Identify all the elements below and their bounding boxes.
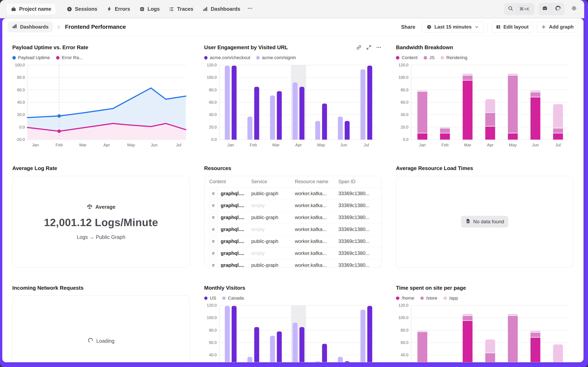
legend-item-canada[interactable]: Canada — [222, 296, 244, 301]
legend-label: JS — [429, 55, 435, 60]
nav-item-errors[interactable]: Errors — [103, 3, 134, 15]
table-row[interactable]: graphql.... public-graph worker.kafka...… — [204, 259, 381, 268]
copy-link-icon[interactable] — [356, 45, 362, 50]
project-switcher-button[interactable]: Project name — [6, 3, 56, 15]
visitors-bar-chart[interactable]: 120.0100.080.060.040.020.00.0JanFebMarAp… — [204, 303, 380, 362]
column-header-span-id[interactable]: Span ID — [339, 179, 381, 184]
nav-item-logs[interactable]: Logs — [135, 3, 164, 15]
file-chart-icon — [465, 218, 471, 225]
legend-item-acme-com-signin[interactable]: acme.com/signin — [256, 55, 296, 60]
engagement-bar-chart[interactable]: 120.0100.080.060.040.020.00.0JanFebMarAp… — [204, 63, 380, 148]
table-row[interactable]: graphql.... public-graph worker.kafka...… — [204, 188, 381, 200]
no-data-pill: No data found — [461, 216, 508, 227]
legend-label: /store — [426, 296, 437, 301]
svg-text:20.0: 20.0 — [17, 112, 25, 117]
tile-title: Incoming Network Requests — [12, 284, 83, 292]
legend-item-error-ra-[interactable]: Error Ra... — [56, 55, 83, 60]
legend-item-payload-uptime[interactable]: Payload Uptime — [12, 55, 50, 60]
log-lines-icon — [209, 201, 218, 209]
legend-item-content[interactable]: Content — [396, 55, 418, 60]
svg-text:Mar: Mar — [272, 142, 280, 147]
search-icon — [508, 6, 513, 13]
edit-layout-button[interactable]: Edit layout — [491, 21, 533, 33]
github-button[interactable] — [552, 3, 564, 15]
column-header-resource-name[interactable]: Resource name — [295, 179, 339, 184]
uptime-line-chart[interactable]: 100.080.060.040.020.00.0-20.0JanFebMarAp… — [12, 63, 188, 148]
log-lines-icon — [209, 249, 218, 257]
legend-label: Rendering — [446, 55, 467, 60]
table-row[interactable]: graphql.... empty worker.kafka... 33369c… — [204, 247, 381, 259]
svg-text:80.0: 80.0 — [209, 87, 216, 92]
nav-item-traces[interactable]: Traces — [165, 3, 197, 15]
expand-icon[interactable] — [366, 45, 372, 50]
table-row[interactable]: graphql.... public-graph worker.kafka...… — [204, 212, 381, 224]
toolbar: Share Last 15 minutes Edit layout Add gr… — [398, 21, 578, 33]
share-button[interactable]: Share — [398, 22, 418, 32]
play-circle-icon — [66, 6, 72, 12]
svg-text:Apr: Apr — [295, 142, 302, 147]
discord-button[interactable] — [538, 3, 551, 15]
discord-icon — [542, 5, 548, 13]
more-options-icon[interactable] — [376, 44, 381, 50]
svg-text:Apr: Apr — [487, 142, 493, 147]
table-row[interactable]: graphql.... empty worker.kafka... 33369c… — [204, 200, 381, 212]
svg-text:80.0: 80.0 — [401, 87, 408, 92]
time-range-button[interactable]: Last 15 minutes — [422, 21, 483, 33]
tile-bandwidth: Bandwidth Breakdown Content JS Rendering… — [396, 44, 573, 148]
legend-item-js[interactable]: JS — [424, 55, 435, 60]
breadcrumb-dashboards[interactable]: Dashboards — [8, 22, 52, 32]
svg-text:Mar: Mar — [464, 142, 472, 147]
legend-item-us[interactable]: US — [204, 296, 216, 301]
log-lines-icon — [209, 225, 218, 234]
add-graph-button[interactable]: Add graph — [537, 21, 578, 33]
legend-item--store[interactable]: /store — [420, 296, 437, 301]
logs-icon — [139, 6, 145, 12]
svg-text:100.0: 100.0 — [207, 316, 216, 320]
tile-time-spent: Time spent on site per page /home /store… — [396, 284, 573, 362]
log-lines-icon — [209, 237, 218, 245]
settings-button[interactable] — [568, 3, 580, 15]
legend-dot — [441, 56, 444, 59]
svg-text:0.0: 0.0 — [403, 137, 408, 142]
svg-text:Jun: Jun — [532, 142, 539, 147]
breadcrumb-root-label: Dashboards — [20, 24, 48, 30]
bolt-icon — [107, 6, 112, 12]
legend-uptime: Payload Uptime Error Ra... — [12, 51, 190, 63]
legend-dot — [204, 56, 208, 59]
column-header-content[interactable]: Content — [209, 179, 251, 184]
svg-text:Feb: Feb — [441, 142, 448, 147]
nav-item-dashboards[interactable]: Dashboards — [199, 3, 244, 15]
svg-text:Jan: Jan — [419, 142, 426, 147]
log-lines-icon — [209, 189, 218, 198]
legend-dot — [443, 297, 447, 300]
svg-text:Jun: Jun — [151, 142, 157, 147]
legend-item--home[interactable]: /home — [396, 296, 414, 301]
svg-text:Jan: Jan — [227, 142, 234, 147]
legend-item-rendering[interactable]: Rendering — [441, 55, 467, 60]
svg-text:Jul: Jul — [555, 142, 561, 147]
time-spent-stacked-chart[interactable]: 120.0100.080.060.040.020.00.0JanFebMarAp… — [396, 303, 571, 362]
legend-item--app[interactable]: /app — [443, 296, 458, 301]
dashboard-grid: Payload Uptime vs. Error Rate Payload Up… — [12, 44, 573, 362]
nav-item-label: Logs — [148, 6, 160, 12]
legend-time-spent: /home /store /app — [396, 292, 573, 303]
svg-text:-20.0: -20.0 — [16, 137, 25, 142]
search-shortcut-badge: ⌘+K — [516, 6, 532, 13]
top-navbar: Project name Sessions Errors Logs Traces… — [0, 0, 584, 18]
bandwidth-stacked-chart[interactable]: 120.0100.080.060.040.020.00.0JanFebMarAp… — [396, 63, 571, 148]
table-row[interactable]: graphql.... public-graph worker.kafka...… — [204, 235, 381, 247]
svg-text:120.0: 120.0 — [398, 303, 408, 308]
legend-visitors: US Canada — [204, 292, 382, 303]
search-button[interactable]: ⌘+K — [504, 3, 535, 15]
legend-item-acme-com-checkout[interactable]: acme.com/checkout — [204, 55, 250, 60]
nav-item-label: Dashboards — [211, 6, 240, 12]
svg-text:100.0: 100.0 — [15, 63, 25, 67]
table-row[interactable]: graphql.... empty worker.kafka... 33369c… — [204, 224, 381, 235]
project-name-label: Project name — [19, 6, 51, 12]
nav-item-sessions[interactable]: Sessions — [63, 3, 101, 15]
tile-title: Average Log Rate — [12, 165, 57, 172]
nav-more-button[interactable] — [244, 3, 256, 15]
column-header-service[interactable]: Service — [251, 179, 295, 184]
tile-title: User Engagement by Visited URL — [204, 44, 288, 51]
svg-text:80.0: 80.0 — [17, 75, 25, 80]
